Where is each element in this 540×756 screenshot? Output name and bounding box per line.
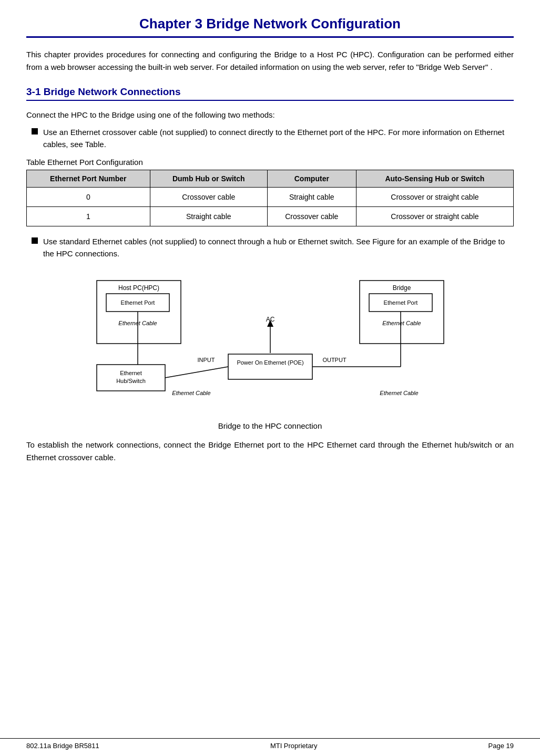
col-header-auto: Auto-Sensing Hub or Switch [356,170,513,188]
svg-rect-9 [228,354,312,379]
connect-intro: Connect the HPC to the Bridge using one … [26,110,514,119]
footer-left: 802.11a Bridge BR5811 [26,742,99,750]
ethernet-port-table: Ethernet Port Number Dumb Hub or Switch … [26,170,514,226]
intro-paragraph: This chapter provides procedures for con… [26,48,514,74]
svg-text:Hub/Switch: Hub/Switch [116,378,146,384]
table-caption: Table Ethernet Port Configuration [26,158,514,167]
svg-text:Bridge: Bridge [392,284,411,292]
bullet-text-2: Use standard Ethernet cables (not suppli… [43,236,514,260]
cell-dumb-0: Crossover cable [150,188,267,207]
conclusion-text: To establish the network connections, co… [26,439,514,464]
bullet-item-2: Use standard Ethernet cables (not suppli… [32,236,514,260]
col-header-computer: Computer [267,170,356,188]
svg-text:Power  On Ethernet (POE): Power On Ethernet (POE) [237,359,303,366]
svg-text:Host PC(HPC): Host PC(HPC) [118,284,159,292]
footer-right: Page 19 [488,742,514,750]
svg-line-22 [165,367,228,378]
cell-auto-0: Crossover or straight cable [356,188,513,207]
cell-computer-0: Straight cable [267,188,356,207]
page-title: Chapter 3 Bridge Network Configuration [26,16,514,38]
svg-text:Ethernet: Ethernet [120,370,142,376]
col-header-port: Ethernet Port Number [27,170,150,188]
svg-text:INPUT: INPUT [197,357,215,363]
cell-port-1: 1 [27,207,150,226]
cell-auto-1: Crossover or straight cable [356,207,513,226]
table-row: 1 Straight cable Crossover cable Crossov… [27,207,514,226]
bullet-icon-2 [32,237,38,244]
svg-text:Ethernet Port: Ethernet Port [120,299,155,306]
cell-computer-1: Crossover cable [267,207,356,226]
section-heading: 3-1 Bridge Network Connections [26,86,514,101]
bullet-item-1: Use an Ethernet crossover cable (not sup… [32,127,514,150]
page-footer: 802.11a Bridge BR5811 MTI Proprietary Pa… [0,738,540,750]
svg-text:Ethernet Cable: Ethernet Cable [172,390,210,396]
footer-center: MTI Proprietary [270,742,318,750]
col-header-dumb: Dumb Hub or Switch [150,170,267,188]
network-diagram-container: Host PC(HPC) Ethernet Port Ethernet Cabl… [26,270,514,417]
bullet-icon-1 [32,128,38,134]
svg-text:OUTPUT: OUTPUT [322,357,347,363]
table-row: 0 Crossover cable Straight cable Crossov… [27,188,514,207]
cell-dumb-1: Straight cable [150,207,267,226]
diagram-caption: Bridge to the HPC connection [26,421,514,430]
cell-port-0: 0 [27,188,150,207]
svg-text:Ethernet Cable: Ethernet Cable [382,320,421,326]
bullet-text-1: Use an Ethernet crossover cable (not sup… [43,127,514,150]
svg-text:Ethernet Cable: Ethernet Cable [380,390,418,396]
network-diagram: Host PC(HPC) Ethernet Port Ethernet Cabl… [86,270,454,417]
svg-text:Ethernet Port: Ethernet Port [383,299,417,306]
